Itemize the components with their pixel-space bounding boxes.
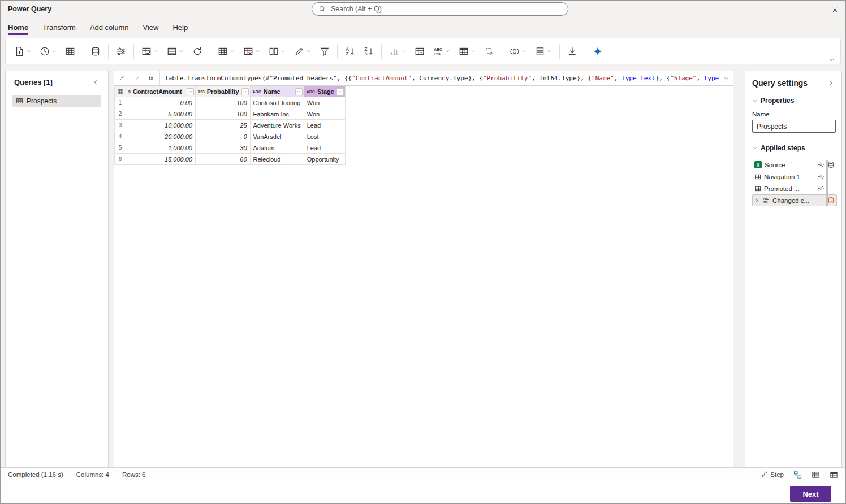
cell[interactable]: 60 (196, 154, 251, 165)
schema-view-button[interactable] (830, 471, 838, 479)
cell[interactable]: Lost (304, 131, 345, 142)
tab-home[interactable]: Home (8, 18, 28, 37)
column-filter-button[interactable] (241, 88, 249, 95)
replace-values-button[interactable] (291, 42, 314, 60)
filter-button[interactable] (317, 42, 333, 60)
row-number[interactable]: 4 (115, 131, 126, 142)
cell[interactable]: VanArsdel (250, 131, 304, 142)
row-number[interactable]: 5 (115, 142, 126, 154)
manage-parameters-button[interactable] (113, 42, 129, 60)
step-view-button[interactable]: Step (759, 471, 784, 479)
cell[interactable]: 20,000.00 (126, 131, 196, 142)
cell[interactable]: 0.00 (126, 97, 196, 108)
tab-add-column[interactable]: Add column (90, 18, 129, 37)
column-header-probability[interactable]: 123Probability (196, 86, 251, 97)
cell[interactable]: 25 (196, 120, 251, 131)
column-header-contractamount[interactable]: $ContractAmount (126, 86, 196, 97)
cell[interactable]: Fabrikam Inc (250, 108, 304, 120)
pivot-column-button[interactable] (412, 42, 428, 60)
column-statistics-button[interactable] (386, 42, 409, 60)
step-data-source-alert-icon[interactable] (827, 197, 835, 204)
row-number[interactable]: 3 (115, 120, 126, 131)
column-filter-button[interactable] (187, 88, 194, 95)
step-settings-gear-icon[interactable] (817, 185, 825, 192)
cell[interactable]: Lead (304, 120, 345, 131)
applied-steps-section-header[interactable]: Applied steps (745, 141, 841, 155)
cell[interactable]: Won (304, 97, 345, 108)
merge-queries-button[interactable] (507, 42, 529, 60)
applied-step-promoted-headers[interactable]: Promoted ... (752, 183, 837, 194)
row-number[interactable]: 6 (115, 154, 126, 165)
reduce-rows-button[interactable] (164, 42, 187, 60)
column-header-stage[interactable]: ABCStage (304, 86, 345, 97)
cell[interactable]: Lead (304, 142, 345, 154)
cell[interactable]: 100 (196, 108, 251, 120)
data-view-button[interactable] (812, 471, 820, 479)
ai-insights-button[interactable] (590, 42, 606, 60)
delete-step-icon[interactable] (754, 198, 760, 203)
tab-view[interactable]: View (143, 18, 159, 37)
data-type-button[interactable] (430, 42, 453, 60)
close-button[interactable] (829, 4, 840, 15)
cell[interactable]: Opportunity (304, 154, 345, 165)
select-all-corner[interactable] (115, 86, 126, 97)
expand-formula-button[interactable] (719, 71, 733, 85)
table-x-icon (243, 46, 253, 57)
append-queries-button[interactable] (532, 42, 555, 60)
cell[interactable]: Adventure Works (250, 120, 304, 131)
group-by-button[interactable] (215, 42, 238, 60)
manage-columns-button[interactable] (139, 42, 161, 60)
cell[interactable]: 15,000.00 (126, 154, 196, 165)
split-column-button[interactable] (266, 42, 288, 60)
tab-help[interactable]: Help (172, 18, 188, 37)
get-data-button[interactable] (11, 42, 34, 60)
tab-transform[interactable]: Transform (42, 18, 76, 37)
cell[interactable]: Adatum (250, 142, 304, 154)
search-input[interactable] (331, 5, 562, 13)
properties-section-header[interactable]: Properties (745, 93, 841, 108)
column-header-name[interactable]: ABCName (250, 86, 304, 97)
column-filter-button[interactable] (295, 88, 303, 95)
cell[interactable]: 10,000.00 (126, 120, 196, 131)
cancel-formula-button[interactable] (114, 71, 129, 85)
steps-scrollbar[interactable] (826, 160, 828, 206)
step-settings-gear-icon[interactable] (817, 161, 825, 168)
sort-ascending-button[interactable] (342, 42, 358, 60)
column-filter-button[interactable] (336, 88, 344, 95)
commit-formula-button[interactable] (129, 71, 144, 85)
collapse-query-settings-button[interactable] (827, 80, 835, 87)
cell[interactable]: 0 (196, 131, 251, 142)
cell[interactable]: 1,000.00 (126, 142, 196, 154)
cell[interactable]: 5,000.00 (126, 108, 196, 120)
applied-step-changed-column-type[interactable]: Changed c... (752, 194, 837, 206)
use-first-row-as-headers-button[interactable] (456, 42, 478, 60)
export-button[interactable] (564, 42, 580, 60)
diagram-view-button[interactable] (793, 471, 802, 479)
formula-input[interactable]: Table.TransformColumnTypes(#"Promoted he… (159, 71, 719, 85)
sort-descending-button[interactable] (361, 42, 377, 60)
collapse-ribbon-button[interactable] (828, 57, 837, 64)
refresh-icon (192, 46, 202, 57)
applied-step-source[interactable]: X Source (752, 159, 837, 171)
cell[interactable]: 100 (196, 97, 251, 108)
applied-step-navigation[interactable]: Navigation 1 (752, 171, 837, 183)
query-name-input[interactable] (752, 120, 836, 133)
row-number[interactable]: 2 (115, 108, 126, 120)
next-button[interactable]: Next (790, 486, 831, 502)
remove-columns-button[interactable] (240, 42, 263, 60)
cell[interactable]: Contoso Flooring (250, 97, 304, 108)
row-number[interactable]: 1 (115, 97, 126, 108)
refresh-button[interactable] (189, 42, 205, 60)
search-box[interactable] (312, 2, 568, 16)
step-settings-gear-icon[interactable] (817, 173, 825, 180)
reverse-rows-button[interactable] (481, 42, 497, 60)
cell[interactable]: Relecloud (250, 154, 304, 165)
data-source-settings-button[interactable] (88, 42, 103, 60)
data-source-icon[interactable] (827, 161, 835, 168)
cell[interactable]: 30 (196, 142, 251, 154)
collapse-queries-button[interactable] (92, 79, 100, 86)
recent-sources-button[interactable] (37, 42, 59, 60)
cell[interactable]: Won (304, 108, 345, 120)
enter-data-button[interactable] (62, 42, 78, 60)
query-item-prospects[interactable]: Prospects (12, 95, 101, 107)
